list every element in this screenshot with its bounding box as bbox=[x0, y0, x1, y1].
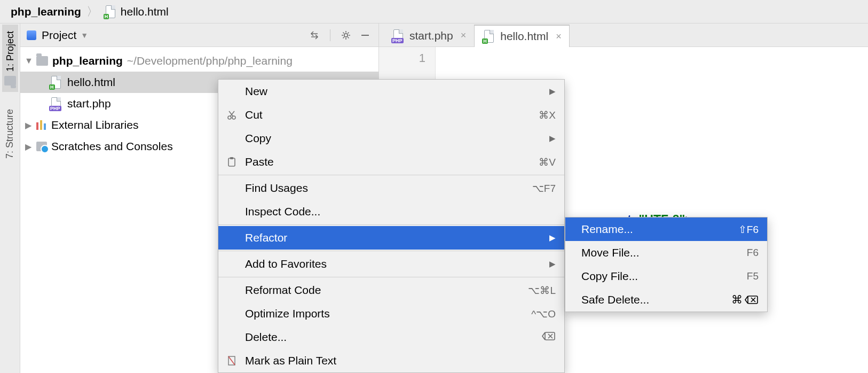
submenu-arrow-icon: ▶ bbox=[549, 134, 556, 143]
tool-window-bar: 1: Project 7: Structure bbox=[0, 24, 20, 373]
tree-root[interactable]: ▼ php_learning ~/Development/php/php_lea… bbox=[20, 50, 378, 72]
menu-shortcut: F5 bbox=[747, 270, 759, 282]
toolwindow-project-label: 1: Project bbox=[4, 31, 15, 72]
submenu-item-copy-file[interactable]: Copy File...F5 bbox=[565, 265, 767, 288]
folder-icon bbox=[36, 56, 48, 66]
menu-separator bbox=[218, 224, 564, 225]
svg-rect-5 bbox=[230, 157, 233, 159]
tree-root-path: ~/Development/php/php_learning bbox=[127, 55, 293, 67]
menu-item-label: Add to Favorites bbox=[245, 258, 327, 270]
submenu-arrow-icon: ▶ bbox=[549, 233, 556, 243]
line-number: 1 bbox=[379, 51, 425, 65]
folder-icon bbox=[4, 76, 16, 86]
menu-separator bbox=[218, 277, 564, 277]
chevron-down-icon: ▼ bbox=[81, 31, 88, 40]
menu-item-copy[interactable]: Copy▶ bbox=[218, 127, 564, 150]
menu-item-label: Cut bbox=[245, 108, 263, 121]
plain-icon bbox=[226, 355, 238, 367]
menu-item-label: Delete... bbox=[245, 331, 287, 344]
menu-item-reformat-code[interactable]: Reformat Code⌥⌘L bbox=[218, 278, 564, 302]
gear-icon[interactable] bbox=[339, 28, 353, 42]
menu-item-mark-as-plain-text[interactable]: Mark as Plain Text bbox=[218, 349, 564, 372]
tree-file-label: start.php bbox=[67, 97, 111, 110]
menu-item-new[interactable]: New▶ bbox=[218, 80, 564, 103]
submenu-item-move-file[interactable]: Move File...F6 bbox=[565, 241, 767, 265]
menu-shortcut bbox=[542, 331, 556, 344]
menu-item-label: Inspect Code... bbox=[245, 205, 320, 218]
menu-item-cut[interactable]: Cut⌘X bbox=[218, 103, 564, 127]
close-icon[interactable]: × bbox=[556, 31, 562, 42]
tree-scratch-label: Scratches and Consoles bbox=[51, 140, 173, 153]
editor-tab-bar: PHP start.php × H hello.html × bbox=[379, 24, 868, 47]
breadcrumb: php_learning 〉 H hello.html bbox=[0, 0, 868, 24]
menu-item-delete[interactable]: Delete... bbox=[218, 325, 564, 349]
menu-shortcut: ⌥F7 bbox=[532, 182, 556, 195]
svg-rect-1 bbox=[361, 35, 369, 36]
menu-item-label: Copy File... bbox=[581, 270, 638, 283]
menu-item-refactor[interactable]: Refactor▶ bbox=[218, 226, 564, 250]
menu-item-label: Move File... bbox=[581, 246, 640, 259]
php-file-icon: PHP bbox=[49, 97, 63, 110]
menu-item-inspect-code[interactable]: Inspect Code... bbox=[218, 200, 564, 223]
html-file-icon: H bbox=[49, 76, 63, 89]
context-menu[interactable]: New▶Cut⌘XCopy▶Paste⌘VFind Usages⌥F7Inspe… bbox=[218, 79, 565, 373]
menu-item-label: Mark as Plain Text bbox=[245, 354, 336, 367]
menu-item-label: Safe Delete... bbox=[581, 293, 649, 306]
menu-item-find-usages[interactable]: Find Usages⌥F7 bbox=[218, 176, 564, 200]
menu-shortcut: ^⌥O bbox=[531, 308, 556, 320]
html-file-icon: H bbox=[482, 30, 496, 43]
scroll-from-source-icon[interactable] bbox=[307, 28, 321, 42]
refactor-submenu[interactable]: Rename...⇧F6Move File...F6Copy File...F5… bbox=[565, 217, 768, 312]
menu-item-label: Reformat Code bbox=[245, 284, 321, 297]
tree-ext-label: External Libraries bbox=[51, 119, 138, 131]
toolwindow-structure-label: 7: Structure bbox=[4, 109, 15, 159]
project-panel-title: Project bbox=[42, 29, 76, 42]
menu-item-label: Copy bbox=[245, 132, 271, 145]
expand-icon[interactable]: ▼ bbox=[25, 56, 32, 66]
tab-start-php[interactable]: PHP start.php × bbox=[383, 24, 474, 46]
tab-label: start.php bbox=[409, 29, 453, 42]
tree-file-label: hello.html bbox=[67, 76, 115, 89]
close-icon[interactable]: × bbox=[461, 30, 467, 41]
breadcrumb-file[interactable]: H hello.html bbox=[104, 5, 169, 18]
project-icon bbox=[27, 30, 36, 40]
menu-item-label: Rename... bbox=[581, 223, 633, 236]
html-file-icon: H bbox=[104, 5, 117, 18]
paste-icon bbox=[226, 156, 238, 168]
menu-item-label: Refactor bbox=[245, 231, 287, 244]
cut-icon bbox=[226, 109, 238, 121]
menu-shortcut: ⌘X bbox=[539, 109, 556, 121]
svg-rect-4 bbox=[228, 158, 235, 166]
expand-icon[interactable]: ▶ bbox=[25, 142, 32, 152]
svg-point-0 bbox=[344, 33, 348, 36]
menu-item-label: Optimize Imports bbox=[245, 307, 330, 320]
menu-shortcut: ⇧F6 bbox=[738, 223, 759, 236]
toolwindow-structure[interactable]: 7: Structure bbox=[2, 103, 18, 165]
submenu-arrow-icon: ▶ bbox=[549, 87, 556, 96]
menu-item-optimize-imports[interactable]: Optimize Imports^⌥O bbox=[218, 302, 564, 325]
chevron-right-icon: 〉 bbox=[86, 4, 98, 20]
php-file-icon: PHP bbox=[391, 29, 405, 42]
tab-hello-html[interactable]: H hello.html × bbox=[474, 25, 569, 47]
project-panel-header: Project ▼ bbox=[20, 24, 378, 47]
submenu-item-rename[interactable]: Rename...⇧F6 bbox=[565, 217, 767, 241]
project-view-selector[interactable]: Project ▼ bbox=[27, 29, 88, 42]
submenu-arrow-icon: ▶ bbox=[549, 259, 556, 269]
breadcrumb-project[interactable]: php_learning bbox=[11, 5, 81, 18]
menu-shortcut: ⌘ bbox=[731, 293, 759, 306]
menu-item-add-to-favorites[interactable]: Add to Favorites▶ bbox=[218, 252, 564, 276]
menu-shortcut: ⌥⌘L bbox=[528, 284, 556, 297]
toolwindow-project[interactable]: 1: Project bbox=[2, 25, 18, 92]
hide-button[interactable] bbox=[358, 28, 372, 42]
menu-item-label: New bbox=[245, 85, 267, 98]
tree-root-name: php_learning bbox=[52, 55, 123, 67]
menu-item-label: Paste bbox=[245, 156, 274, 168]
libraries-icon bbox=[36, 120, 47, 130]
scratches-icon bbox=[36, 142, 47, 151]
submenu-item-safe-delete[interactable]: Safe Delete...⌘ bbox=[565, 288, 767, 312]
breadcrumb-file-label: hello.html bbox=[121, 5, 169, 18]
menu-separator bbox=[218, 251, 564, 251]
menu-item-label: Find Usages bbox=[245, 182, 308, 195]
expand-icon[interactable]: ▶ bbox=[25, 120, 32, 130]
menu-item-paste[interactable]: Paste⌘V bbox=[218, 150, 564, 174]
